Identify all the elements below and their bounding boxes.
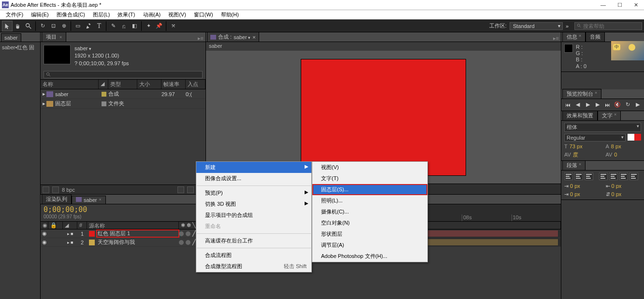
submenu-viewer[interactable]: 视图(V)	[312, 162, 427, 173]
indent-right[interactable]: 0 px	[570, 191, 580, 198]
menu-item-switch-3d[interactable]: 切换 3D 视图	[196, 199, 311, 210]
timeline-comp-tab[interactable]: saber×	[72, 196, 106, 204]
menu-view[interactable]: 视图(V)	[164, 10, 190, 19]
render-queue-tab[interactable]: 渲染队列	[42, 194, 72, 204]
submenu-null[interactable]: 空白对象(N)	[312, 217, 427, 228]
submenu-shape[interactable]: 形状图层	[312, 228, 427, 240]
justify-all-button[interactable]	[629, 172, 638, 180]
preview-tab[interactable]: 预览控制台×	[562, 89, 601, 99]
project-item[interactable]: ▸ saber 合成 29.97 0;(	[41, 89, 205, 99]
new-comp-button[interactable]	[187, 186, 194, 193]
comp-breadcrumb[interactable]: saber	[206, 42, 561, 51]
leading[interactable]: 8 px	[611, 143, 621, 149]
menu-animation[interactable]: 动画(A)	[139, 10, 165, 19]
label-swatch[interactable]	[89, 231, 95, 237]
col-name[interactable]: 名称	[41, 80, 99, 89]
text-tab[interactable]: 文字×	[598, 111, 621, 120]
workspace-dropdown[interactable]: Standard	[510, 22, 563, 30]
col-rate[interactable]: 帧速率	[161, 80, 186, 89]
justify-right-button[interactable]	[619, 172, 628, 180]
justify-left-button[interactable]	[599, 172, 608, 180]
text-tool[interactable]: T	[94, 21, 104, 31]
space-before[interactable]: 0 px	[612, 191, 622, 198]
selection-tool[interactable]	[2, 21, 13, 31]
first-frame-button[interactable]: ⏮	[564, 101, 571, 109]
menu-help[interactable]: 帮助(H)	[217, 10, 243, 19]
project-search[interactable]	[44, 71, 203, 78]
layer-name[interactable]: 天空海阔你与我	[97, 239, 179, 246]
submenu-photoshop[interactable]: Adobe Photoshop 文件(H)...	[312, 251, 427, 262]
label-swatch[interactable]	[102, 92, 106, 97]
indent-first[interactable]: 0 px	[612, 183, 622, 189]
col-tag[interactable]: ◢	[99, 80, 108, 89]
col-size[interactable]: 大小	[137, 80, 161, 89]
bpc-button[interactable]	[52, 186, 59, 193]
submenu-adjustment[interactable]: 调节层(A)	[312, 240, 427, 251]
new-folder-button[interactable]	[177, 186, 184, 193]
rect-tool[interactable]: ▭	[73, 21, 83, 31]
puppet-tool[interactable]: 📌	[154, 21, 164, 31]
eraser-tool[interactable]: ◧	[129, 21, 140, 31]
menu-item-comp-settings[interactable]: 图像合成设置...	[196, 173, 311, 184]
zoom-tool[interactable]	[23, 21, 34, 31]
loop-button[interactable]: ↻	[624, 101, 631, 109]
help-search-input[interactable]	[583, 23, 640, 29]
close-icon[interactable]: ×	[99, 197, 102, 203]
menu-composition[interactable]: 图像合成(C)	[53, 10, 89, 19]
label-swatch[interactable]	[102, 101, 106, 106]
col-type[interactable]: 类型	[108, 80, 137, 89]
submenu-text[interactable]: 文字(T)	[312, 173, 427, 184]
comp-name[interactable]: saber	[74, 45, 129, 52]
clone-tool[interactable]: ⎌	[118, 21, 129, 31]
close-icon[interactable]: ×	[252, 34, 255, 40]
col-in[interactable]: 入点	[186, 80, 205, 89]
fx-tab[interactable]: 效果和预置	[562, 111, 598, 120]
menu-item-reveal-comp[interactable]: 显示项目中的合成组	[196, 210, 311, 221]
local-axis[interactable]: ⤧	[168, 21, 178, 31]
mute-button[interactable]: 🔇	[614, 101, 621, 109]
interpret-footage-button[interactable]	[43, 186, 49, 193]
visibility-toggle[interactable]: ◉	[41, 230, 48, 237]
next-frame-button[interactable]: ▶	[594, 101, 601, 109]
prev-frame-button[interactable]: ◀	[574, 101, 582, 109]
visibility-toggle[interactable]: ◉	[41, 239, 48, 245]
comp-tab-name[interactable]: saber	[234, 34, 250, 40]
menu-item-preview[interactable]: 预览(P)	[196, 187, 311, 199]
brush-tool[interactable]: ✎	[108, 21, 118, 31]
submenu-light[interactable]: 照明(L)...	[312, 195, 427, 206]
align-left-button[interactable]	[564, 172, 573, 180]
play-button[interactable]: ▶	[584, 101, 591, 109]
font-family-dropdown[interactable]: 楷体	[564, 123, 641, 132]
anchor-tool[interactable]: ⊕	[59, 21, 69, 31]
font-size[interactable]: 73 px	[570, 143, 583, 149]
align-right-button[interactable]	[585, 172, 593, 180]
panel-menu-icon[interactable]: ▸≡	[196, 35, 205, 42]
project-item[interactable]: ▸ 固态层 文件夹	[41, 99, 205, 109]
col-source-name[interactable]: 源名称	[87, 222, 179, 229]
tracking[interactable]: 0	[614, 152, 617, 157]
close-icon[interactable]: ×	[59, 35, 62, 40]
menu-item-cache-bg[interactable]: 高速缓存在后台工作	[196, 235, 311, 246]
menu-item-new[interactable]: 新建	[196, 162, 311, 173]
rotation-tool[interactable]: ↻	[37, 21, 48, 31]
close-button[interactable]: ✕	[634, 2, 638, 8]
audio-tab[interactable]: 音频	[585, 32, 605, 42]
project-tab[interactable]: 项目×	[42, 32, 66, 42]
kerning[interactable]: 度	[573, 151, 578, 158]
pen-tool[interactable]	[83, 21, 94, 31]
layer-name[interactable]: 红色 固态层 1	[97, 230, 179, 237]
menu-file[interactable]: 文件(F)	[2, 10, 27, 19]
menu-effect[interactable]: 效果(T)	[114, 10, 139, 19]
label-swatch[interactable]	[89, 240, 95, 245]
menu-item-flowchart[interactable]: 合成流程图	[196, 250, 311, 261]
menu-item-mini-flowchart[interactable]: 合成微型流程图轻击 Shift	[196, 261, 311, 272]
info-tab[interactable]: 信息×	[562, 32, 585, 42]
paragraph-tab[interactable]: 段落×	[562, 160, 585, 170]
menu-window[interactable]: 窗口(W)	[190, 10, 217, 19]
camera-tool[interactable]: ⊡	[48, 21, 59, 31]
workspace-search-icon[interactable]: »	[566, 23, 569, 29]
ram-preview-button[interactable]: ▶	[634, 101, 641, 109]
font-style-dropdown[interactable]: Regular	[564, 134, 626, 142]
roto-tool[interactable]: ✦	[143, 21, 154, 31]
maximize-button[interactable]: ☐	[617, 2, 622, 8]
